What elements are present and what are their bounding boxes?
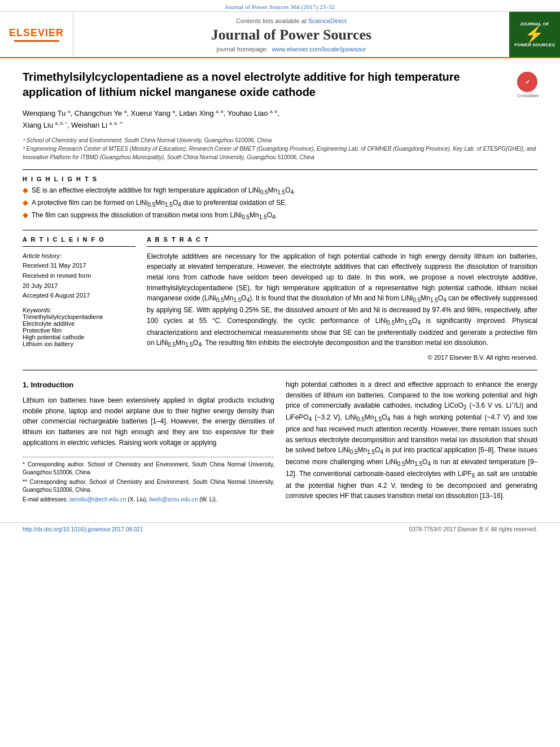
email-2-name: (W. Li). [199,496,217,503]
power-sources-logo-area: JOURNAL OF ⚡ POWER SOURCES [509,12,560,57]
footnotes: * Corresponding author. School of Chemis… [23,457,274,504]
body-col-left: 1. Introduction Lithium ion batteries ha… [23,379,274,505]
abstract-text: Electrolyte additives are necessary for … [147,251,537,350]
revised-date: Received in revised form [23,271,135,281]
bullet-icon-3: ◆ [23,210,28,220]
elsevier-logo: ELSEVIER [9,27,64,39]
journal-header: ELSEVIER Contents lists available at Sci… [0,12,560,58]
footnote-star-2: ** [23,479,30,485]
body-col-right: high potential cathodes is a direct and … [286,379,537,505]
email-2-link[interactable]: liwsh@scnu.edu.cn [149,496,198,503]
doi-link[interactable]: http://dx.doi.org/10.1016/j.jpowsour.201… [23,526,143,532]
highlight-text-1: SE is an effective electrolyte additive … [32,186,295,196]
abstract-label: A B S T R A C T [147,236,537,243]
author-weishan-li: Weishan Li a, b, ** [71,121,123,129]
journal-title: Journal of Power Sources [73,27,509,43]
email-1-link[interactable]: iamxliu@njtech.edu.cn [69,496,126,503]
highlight-item-3: ◆ The film can suppress the dissolution … [23,211,537,221]
introduction-heading: 1. Introduction [23,379,274,391]
footnote-1: * Corresponding author. School of Chemis… [23,461,274,477]
power-sources-logo: JOURNAL OF ⚡ POWER SOURCES [514,21,555,47]
bullet-icon-1: ◆ [23,185,28,195]
journal-homepage-line: journal homepage: www.elsevier.com/locat… [73,46,509,53]
issn-text: 0378-7753/© 2017 Elsevier B.V. All right… [409,526,537,532]
article-history: Article history: Received 31 May 2017 Re… [23,251,135,301]
affiliation-a: ᵃ School of Chemistry and Environment, S… [23,136,537,145]
author-xiang-liu: Xiang Liu a, b, *, [23,121,69,129]
history-label: Article history: [23,251,135,261]
author-xuerui-yang: Xuerui Yang a, [131,109,177,117]
affiliations-section: ᵃ School of Chemistry and Environment, S… [23,136,537,161]
journal-citation-bar: Journal of Power Sources 364 (2017) 23–3… [0,0,560,12]
intro-paragraph-right: high potential cathodes is a direct and … [286,379,537,501]
keyword-1: Trimethylsilylcyclopentadiene [23,313,135,320]
intro-paragraph-left: Lithium ion batteries have been extensiv… [23,395,274,448]
revised-date-2: 20 July 2017 [23,281,135,291]
footnote-star-1: * [23,461,28,468]
abstract-col: A B S T R A C T Electrolyte additives ar… [147,236,537,361]
highlight-item-1: ◆ SE is an effective electrolyte additiv… [23,186,537,196]
keyword-5: Lithium ion battery [23,340,135,347]
footnote-2: ** Corresponding author. School of Chemi… [23,478,274,494]
keyword-3: Protective film [23,327,135,334]
highlights-divider [23,169,537,170]
footnote-text-1: Corresponding author. School of Chemistr… [23,461,274,475]
article-title-section: Trimethylsilylcyclopentadiene as a novel… [23,69,537,100]
email-1-name: (X. Liu), [128,496,149,503]
highlight-text-2: A protective film can be formed on LiNi0… [32,198,287,209]
highlight-item-2: ◆ A protective film can be formed on LiN… [23,198,537,209]
article-info-label: A R T I C L E I N F O [23,236,135,243]
main-content: Trimethylsilylcyclopentadiene as a novel… [0,58,560,517]
crossmark-badge[interactable]: ✓ CrossMark [517,72,537,92]
keyword-4: High potential cathode [23,334,135,340]
article-info-col: A R T I C L E I N F O Article history: R… [23,236,135,361]
journal-citation-text: Journal of Power Sources 364 (2017) 23–3… [225,3,335,10]
authors-section: Wenqiang Tu a, Changchun Ye a, Xuerui Ya… [23,108,537,132]
highlights-section: H I G H L I G H T S ◆ SE is an effective… [23,176,537,222]
elsevier-logo-area: ELSEVIER [0,12,73,57]
crossmark-icon: ✓ [517,72,537,92]
bullet-icon-2: ◆ [23,198,28,208]
keyword-2: Electrolyte additive [23,320,135,327]
abstract-copyright: © 2017 Elsevier B.V. All rights reserved… [147,354,537,361]
homepage-link[interactable]: www.elsevier.com/locate/jpowsour [272,46,366,53]
bottom-bar: http://dx.doi.org/10.1016/j.jpowsour.201… [0,522,560,536]
footnote-text-2: Corresponding author. School of Chemistr… [23,479,274,493]
author-youhao-liao: Youhao Liao a, b, [228,109,279,117]
sciencedirect-line: Contents lists available at ScienceDirec… [73,18,509,24]
journal-header-center: Contents lists available at ScienceDirec… [73,12,509,57]
keywords-block: Keywords: Trimethylsilylcyclopentadiene … [23,307,135,347]
highlight-text-3: The film can suppress the dissolution of… [32,211,277,221]
received-date: Received 31 May 2017 [23,261,135,271]
sciencedirect-link[interactable]: ScienceDirect [308,18,347,24]
affiliation-b: ᵇ Engineering Research Center of MTEES (… [23,145,537,161]
body-divider [23,370,537,370]
info-abstract-section: A R T I C L E I N F O Article history: R… [23,236,537,361]
highlights-label: H I G H L I G H T S [23,176,537,182]
keywords-label: Keywords: [23,307,135,313]
accepted-date: Accepted 6 August 2017 [23,291,135,301]
body-section: 1. Introduction Lithium ion batteries ha… [23,379,537,505]
author-wenqiang-tu: Wenqiang Tu a, [23,109,72,117]
bolt-icon: ⚡ [514,27,555,42]
author-changchun-ye: Changchun Ye a, [75,109,129,117]
article-title: Trimethylsilylcyclopentadiene as a novel… [23,69,517,100]
footnote-emails: E-mail addresses: iamxliu@njtech.edu.cn … [23,496,274,504]
email-label: E-mail addresses: [23,496,69,503]
info-abstract-divider [23,230,537,230]
author-lidan-xing: Lidan Xing a, b, [179,109,225,117]
